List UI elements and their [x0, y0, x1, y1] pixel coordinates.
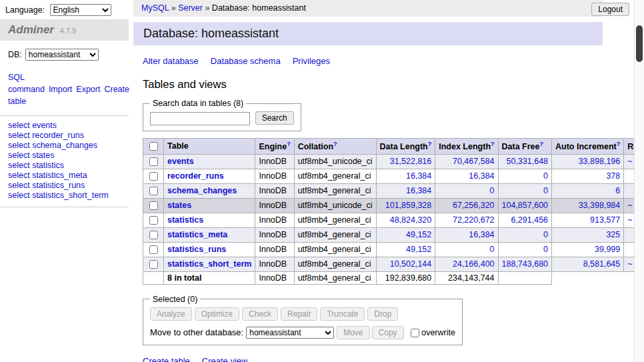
table-name-link-statistics-runs[interactable]: statistics_runs [167, 245, 226, 254]
select-all-checkbox[interactable] [149, 142, 158, 151]
row-checkbox-recorder-runs[interactable] [149, 172, 158, 181]
help-link-data-free[interactable]: ? [540, 141, 544, 147]
data-free-link[interactable]: 188,743,680 [502, 259, 549, 269]
dblink-database-schema[interactable]: Database schema [211, 56, 281, 66]
index-length-link[interactable]: 0 [490, 186, 495, 195]
search-button[interactable]: Search [255, 111, 294, 125]
table-name-link-recorder-runs[interactable]: recorder_runs [167, 171, 224, 181]
selected-legend: Selected (0) [150, 295, 200, 304]
help-link-collation[interactable]: ? [333, 141, 337, 147]
index-length-link[interactable]: 24,166,400 [453, 259, 495, 269]
help-link-engine[interactable]: ? [287, 141, 291, 147]
data-free-link[interactable]: 104,857,600 [502, 201, 549, 210]
row-checkbox-statistics-meta[interactable] [149, 231, 158, 239]
move-label: Move to other database: [150, 327, 243, 337]
totals-engine-cell: InnoDB [255, 271, 294, 284]
sidebar-link-sql-command[interactable]: SQL command [8, 73, 45, 94]
move-db-select[interactable]: homeassistant [246, 327, 334, 339]
link-create-table[interactable]: Create table [143, 356, 190, 362]
data-free-link[interactable]: 50,331,648 [506, 157, 548, 166]
data-free-link[interactable]: 6,291,456 [511, 215, 548, 225]
dblink-privileges[interactable]: Privileges [293, 56, 330, 66]
sidebar-item-select-statistics-meta[interactable]: select statistics_meta [8, 171, 87, 180]
data-free-link[interactable]: 0 [543, 171, 548, 181]
scrollbar-thumb[interactable] [636, 25, 643, 62]
db-select[interactable]: homeassistant [25, 49, 99, 61]
index-length-link[interactable]: 67,256,320 [453, 201, 495, 210]
breadcrumb-item-mysql[interactable]: MySQL [141, 3, 169, 13]
breadcrumb-separator: » [203, 3, 212, 13]
language-select[interactable]: English [50, 4, 111, 16]
sidebar-item-select-events[interactable]: select events [8, 121, 57, 130]
row-checkbox-events[interactable] [149, 157, 158, 166]
data-length-link[interactable]: 48,824,320 [390, 215, 432, 225]
sidebar-item-select-statistics[interactable]: select statistics [8, 161, 64, 170]
row-checkbox-schema-changes[interactable] [149, 187, 158, 195]
repair-button[interactable]: Repair [281, 307, 317, 321]
table-name-link-statistics[interactable]: statistics [167, 215, 203, 225]
collation-cell: utf8mb4_general_ci [294, 227, 376, 242]
sidebar-item-select-statistics-short-term[interactable]: select statistics_short_term [8, 191, 109, 200]
sidebar-table-links: select eventsselect recorder_runsselect … [0, 116, 129, 207]
auto-increment-link[interactable]: 378 [606, 171, 620, 181]
sidebar-item-select-schema-changes[interactable]: select schema_changes [8, 141, 97, 150]
auto-increment-link[interactable]: 325 [606, 230, 620, 239]
data-length-link[interactable]: 16,384 [406, 186, 431, 195]
search-input[interactable] [150, 112, 250, 125]
dblink-alter-database[interactable]: Alter database [143, 56, 199, 66]
index-length-link[interactable]: 72,220,672 [453, 215, 495, 225]
truncate-button[interactable]: Truncate [320, 307, 365, 321]
row-checkbox-states[interactable] [149, 201, 158, 210]
index-length-link[interactable]: 70,467,584 [453, 157, 495, 166]
help-link-data-length[interactable]: ? [428, 141, 432, 147]
tables-heading: Tables and views [143, 78, 593, 91]
sidebar-item-select-states[interactable]: select states [8, 151, 54, 160]
data-free-link[interactable]: 0 [543, 245, 548, 254]
sidebar-link-export[interactable]: Export [76, 85, 100, 94]
data-length-link[interactable]: 10,502,144 [390, 259, 432, 269]
data-length-link[interactable]: 31,522,816 [390, 157, 432, 166]
breadcrumb-item-server[interactable]: Server [178, 3, 203, 13]
table-name-link-statistics-short-term[interactable]: statistics_short_term [167, 259, 251, 269]
data-free-link[interactable]: 0 [543, 230, 548, 239]
sidebar-item-select-recorder-runs[interactable]: select recorder_runs [8, 131, 84, 140]
data-length-link[interactable]: 49,152 [406, 245, 431, 254]
optimize-button[interactable]: Optimize [195, 307, 239, 321]
analyze-button[interactable]: Analyze [150, 307, 192, 321]
overwrite-option[interactable]: overwrite [411, 328, 455, 337]
breadcrumb-separator: » [169, 3, 178, 13]
index-length-link[interactable]: 16,384 [469, 230, 494, 239]
data-length-link[interactable]: 101,859,328 [385, 201, 432, 210]
index-length-link[interactable]: 16,384 [469, 171, 494, 181]
table-name-link-events[interactable]: events [167, 157, 194, 166]
auto-increment-link[interactable]: 6 [615, 186, 620, 195]
move-button[interactable]: Move [337, 326, 369, 339]
row-checkbox-statistics-runs[interactable] [149, 245, 158, 254]
auto-increment-link[interactable]: 39,999 [595, 245, 620, 254]
auto-increment-link[interactable]: 913,577 [590, 215, 620, 225]
check-button[interactable]: Check [242, 307, 278, 321]
scrollbar[interactable] [634, 0, 644, 362]
data-free-link[interactable]: 0 [543, 186, 548, 195]
drop-button[interactable]: Drop [367, 307, 398, 321]
data-length-link[interactable]: 49,152 [406, 230, 431, 239]
sidebar-item-select-statistics-runs[interactable]: select statistics_runs [8, 181, 85, 190]
data-length-cell: 101,859,328 [376, 198, 435, 213]
help-link-index-length[interactable]: ? [491, 141, 495, 147]
auto-increment-link[interactable]: 8,581,645 [583, 259, 621, 269]
logout-button[interactable]: Logout [591, 3, 629, 16]
sidebar-link-import[interactable]: Import [49, 85, 72, 94]
table-name-link-states[interactable]: states [167, 201, 191, 210]
row-checkbox-statistics[interactable] [149, 216, 158, 225]
auto-increment-link[interactable]: 33,398,984 [579, 201, 621, 210]
data-length-link[interactable]: 16,384 [406, 171, 431, 181]
index-length-link[interactable]: 0 [490, 245, 495, 254]
overwrite-checkbox[interactable] [411, 329, 419, 337]
help-link-auto-increment[interactable]: ? [617, 141, 621, 147]
auto-increment-link[interactable]: 33,898,196 [579, 157, 621, 166]
link-create-view[interactable]: Create view [202, 356, 248, 362]
table-name-link-schema-changes[interactable]: schema_changes [167, 186, 237, 195]
copy-button[interactable]: Copy [372, 326, 404, 339]
row-checkbox-statistics-short-term[interactable] [149, 260, 158, 269]
table-name-link-statistics-meta[interactable]: statistics_meta [167, 230, 227, 239]
